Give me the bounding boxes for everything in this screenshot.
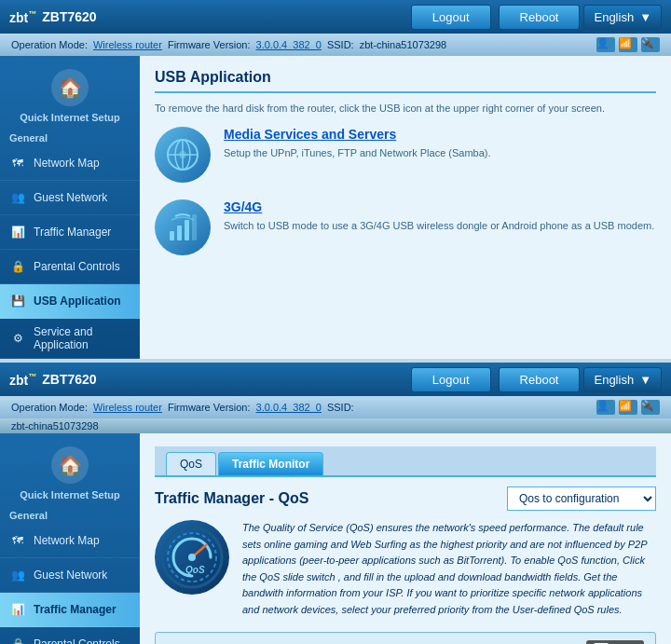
chevron-down-icon: ▼	[639, 10, 651, 24]
ssid-label2: SSID:	[327, 402, 354, 413]
language-selector[interactable]: English ▼	[583, 5, 662, 30]
traffic-manager-label2: Traffic Manager	[34, 603, 116, 616]
usb-icon[interactable]: 🔌	[641, 37, 660, 52]
smart-qos-toggle[interactable]: OFF	[586, 640, 644, 644]
network-map-label2: Network Map	[34, 534, 100, 547]
wifi-icon2: 📶	[619, 400, 637, 415]
media-services-content: Media Services and Servers Setup the UPn…	[224, 127, 491, 161]
sidebar-item-guest-network[interactable]: 👥 Guest Network	[0, 181, 140, 215]
sidebar-item-service-application[interactable]: ⚙ Service and Application	[0, 319, 140, 359]
qos-gauge-icon: QoS	[159, 525, 225, 590]
fw-label2: Firmware Version:	[168, 402, 251, 413]
logo: zbt™	[9, 9, 36, 25]
logout-button[interactable]: Logout	[411, 5, 491, 30]
language-label: English	[594, 10, 634, 24]
signal-icon	[166, 211, 199, 244]
network-map-icon2: 🗺	[7, 530, 28, 551]
qos-circular-icon: QoS	[155, 520, 229, 595]
3g4g-item: 3G/4G Switch to USB mode to use a 3G/4G …	[155, 199, 656, 255]
sidebar-item-guest-network2[interactable]: 👥 Guest Network	[0, 558, 140, 593]
traffic-manager-icon2: 📊	[7, 599, 28, 620]
operation-mode-value[interactable]: Wireless router	[93, 39, 162, 50]
media-services-item: Media Services and Servers Setup the UPn…	[155, 127, 656, 183]
main-content-panel2: QoS Traffic Monitor Traffic Manager - Qo…	[140, 433, 671, 644]
parental-controls-label2: Parental Controls	[34, 637, 120, 644]
svg-text:QoS: QoS	[185, 565, 205, 575]
sidebar-item-usb-application[interactable]: 💾 USB Application	[0, 284, 140, 319]
service-application-icon: ⚙	[7, 328, 28, 349]
logout-button2[interactable]: Logout	[411, 367, 491, 392]
network-map-icon: 🗺	[7, 153, 28, 173]
quick-setup-label2: Quick Internet Setup	[7, 489, 132, 500]
globe-icon	[166, 138, 199, 171]
quick-internet-setup2[interactable]: 🏠 Quick Internet Setup	[0, 433, 140, 504]
guest-network-icon2: 👥	[7, 565, 28, 585]
sidebar-panel1: 🏠 Quick Internet Setup General 🗺 Network…	[0, 56, 140, 359]
firmware-value[interactable]: 3.0.0.4_382_0	[256, 39, 322, 50]
sidebar-item-traffic-manager[interactable]: 📊 Traffic Manager	[0, 215, 140, 250]
parental-controls-icon2: 🔒	[7, 634, 28, 644]
parental-controls-icon: 🔒	[7, 256, 28, 277]
ssid-value: zbt-china51073298	[360, 39, 447, 50]
general-section-label2: General	[0, 504, 140, 524]
usb-application-icon: 💾	[7, 291, 28, 311]
panel-usb-application: zbt™ ZBT7620 Logout Reboot English ▼ Ope…	[0, 0, 671, 359]
chevron-down-icon2: ▼	[639, 373, 651, 387]
fw-value2[interactable]: 3.0.0.4_382_0	[256, 402, 322, 413]
page-description: To remove the hard disk from the router,…	[155, 103, 656, 114]
model-name: ZBT7620	[42, 9, 96, 24]
op-mode-label2: Operation Mode:	[11, 402, 88, 413]
operation-mode-label: Operation Mode:	[11, 39, 88, 50]
svg-rect-6	[177, 226, 182, 240]
3g4g-content: 3G/4G Switch to USB mode to use a 3G/4G …	[224, 199, 654, 234]
body-layout: 🏠 Quick Internet Setup General 🗺 Network…	[0, 56, 671, 359]
general-section-label: General	[0, 127, 140, 146]
op-mode-value2[interactable]: Wireless router	[93, 402, 162, 413]
tm-header-row: Traffic Manager - QoS Qos to configurati…	[155, 486, 656, 511]
tm-page-title: Traffic Manager - QoS	[155, 490, 308, 507]
sidebar-item-traffic-manager2[interactable]: 📊 Traffic Manager	[0, 593, 140, 627]
smart-qos-row: Enable Smart QoS OFF	[155, 632, 656, 644]
usb-icon2[interactable]: 🔌	[641, 400, 660, 415]
guest-network-icon: 👥	[7, 187, 28, 208]
info-bar: Operation Mode: Wireless router Firmware…	[0, 34, 671, 56]
qos-description-area: QoS The Quality of Service (QoS) ensures…	[155, 520, 656, 619]
qos-config-dropdown[interactable]: Qos to configuration Manual	[507, 486, 656, 511]
parental-controls-label: Parental Controls	[34, 260, 120, 273]
sidebar-item-parental-controls[interactable]: 🔒 Parental Controls	[0, 250, 140, 284]
quick-setup-label: Quick Internet Setup	[7, 112, 132, 123]
language-selector2[interactable]: English ▼	[583, 367, 662, 392]
media-services-title[interactable]: Media Services and Servers	[224, 127, 491, 142]
svg-point-4	[179, 151, 186, 158]
usb-application-label: USB Application	[34, 295, 121, 308]
tab-traffic-monitor[interactable]: Traffic Monitor	[218, 452, 323, 475]
reboot-button2[interactable]: Reboot	[499, 367, 581, 392]
language-label2: English	[594, 373, 634, 387]
sidebar-item-network-map2[interactable]: 🗺 Network Map	[0, 524, 140, 558]
tab-qos[interactable]: QoS	[166, 452, 216, 475]
model-name2: ZBT7620	[42, 372, 96, 387]
users-icon: 👤	[596, 37, 615, 52]
main-content-panel1: USB Application To remove the hard disk …	[140, 56, 671, 359]
body-layout2: 🏠 Quick Internet Setup General 🗺 Network…	[0, 433, 671, 644]
sidebar-item-network-map[interactable]: 🗺 Network Map	[0, 146, 140, 181]
3g4g-title[interactable]: 3G/4G	[224, 199, 654, 214]
media-services-icon	[155, 127, 211, 183]
ssid-value2[interactable]: zbt-china51073298	[11, 420, 99, 432]
svg-point-11	[188, 554, 196, 561]
traffic-manager-icon: 📊	[7, 222, 28, 242]
reboot-button[interactable]: Reboot	[499, 5, 581, 30]
3g4g-desc: Switch to USB mode to use a 3G/4G USB wi…	[224, 218, 654, 234]
svg-rect-5	[170, 231, 174, 240]
info-icons-group: 👤 📶 🔌	[596, 37, 660, 52]
media-services-desc: Setup the UPnP, iTunes, FTP and Network …	[224, 145, 491, 161]
sidebar-item-parental-controls2[interactable]: 🔒 Parental Controls	[0, 627, 140, 644]
svg-rect-7	[185, 220, 189, 240]
header-top: zbt™ ZBT7620 Logout Reboot English ▼	[0, 0, 671, 34]
service-application-label: Service and Application	[34, 325, 132, 351]
users-icon2: 👤	[596, 400, 615, 415]
quick-internet-setup[interactable]: 🏠 Quick Internet Setup	[0, 56, 140, 127]
network-map-label: Network Map	[34, 157, 100, 170]
3g4g-icon	[155, 199, 211, 255]
wifi-icon: 📶	[619, 37, 637, 52]
